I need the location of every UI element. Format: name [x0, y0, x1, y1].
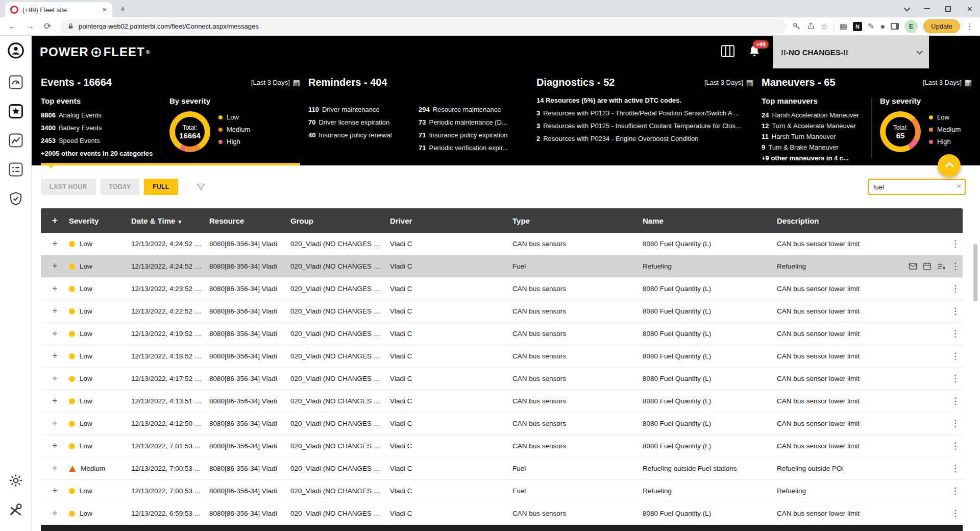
tab-close-icon[interactable]: ✕	[102, 6, 107, 13]
table-row[interactable]: + Low 12/13/2022, 4:13:51 PM 8080[86-356…	[41, 390, 963, 413]
notifications-bell-icon[interactable]: +99	[747, 44, 762, 60]
search-clear-icon[interactable]: ✕	[957, 183, 962, 190]
reminders-card[interactable]: Reminders - 404 110Driver maintenance 70…	[308, 68, 528, 165]
extension-dot-icon[interactable]: ●	[880, 22, 885, 31]
expand-row-button[interactable]: +	[41, 283, 69, 294]
forward-icon[interactable]: →	[23, 21, 37, 32]
sidebar-item-dashboard[interactable]	[8, 75, 23, 92]
key-icon[interactable]	[792, 22, 801, 31]
table-view-icon[interactable]: ▦	[965, 78, 972, 87]
column-header-name[interactable]: Name	[643, 216, 777, 225]
side-panel-icon[interactable]	[891, 23, 899, 30]
column-header-driver[interactable]: Driver	[390, 216, 512, 225]
row-menu-kebab-icon[interactable]: ⋮	[951, 238, 960, 249]
expand-row-button[interactable]: +	[41, 486, 69, 496]
expand-row-button[interactable]: +	[41, 508, 69, 519]
table-row[interactable]: + Low 12/13/2022, 4:18:52 PM 8080[86-356…	[41, 345, 963, 368]
expand-row-button[interactable]: +	[41, 441, 69, 451]
refresh-icon[interactable]: ⟳	[41, 21, 54, 32]
address-bar[interactable]: pointerqa-web02.pointerbi.com/fleet/Conn…	[60, 19, 786, 34]
extension-grid-icon[interactable]: ▦	[840, 21, 847, 31]
fleet-group-selector[interactable]: !!-NO CHANGES-!!	[773, 36, 929, 68]
sidebar-item-settings[interactable]	[8, 473, 23, 490]
table-row[interactable]: + Low 12/13/2022, 7:01:53 AM 8080[86-356…	[41, 435, 963, 457]
row-menu-kebab-icon[interactable]: ⋮	[951, 328, 960, 339]
window-maximize-icon[interactable]	[945, 6, 951, 12]
remove-from-list-icon[interactable]	[937, 261, 946, 271]
row-menu-kebab-icon[interactable]: ⋮	[951, 418, 960, 429]
row-menu-kebab-icon[interactable]: ⋮	[951, 441, 960, 451]
column-header-group[interactable]: Group	[290, 216, 390, 225]
table-view-icon[interactable]: ▦	[746, 78, 753, 87]
browser-menu-kebab-icon[interactable]: ⋮	[966, 21, 974, 31]
table-row[interactable]: + Low 12/13/2022, 4:17:52 PM 8080[86-356…	[41, 368, 963, 390]
expand-row-button[interactable]: +	[41, 373, 69, 384]
sidebar-item-tools[interactable]	[8, 502, 23, 519]
extension-pencil-icon[interactable]: ✎	[868, 21, 874, 31]
calendar-icon[interactable]	[922, 261, 932, 271]
expand-row-button[interactable]: +	[41, 261, 69, 272]
filter-last-hour-button[interactable]: LAST HOUR	[41, 179, 96, 195]
maneuvers-card[interactable]: Maneuvers - 65 [Last 3 Days] ▦ Top maneu…	[762, 68, 972, 165]
search-input[interactable]	[868, 179, 966, 195]
events-card[interactable]: Events - 16664 [Last 3 Days] ▦ Top event…	[41, 68, 300, 165]
row-menu-kebab-icon[interactable]: ⋮	[951, 306, 960, 317]
diagnostics-card[interactable]: Diagnostics - 52 [Last 3 Days] ▦ 14 Reso…	[536, 68, 753, 165]
filter-today-button[interactable]: TODAY	[101, 179, 140, 195]
update-button[interactable]: Update	[923, 19, 960, 33]
column-header-description[interactable]: Description	[777, 216, 896, 225]
table-row[interactable]: + Low 12/13/2022, 4:22:52 PM 8080[86-356…	[41, 300, 963, 323]
table-row[interactable]: + Medium 12/13/2022, 7:00:53 AM 8080[86-…	[41, 457, 963, 480]
column-header-severity[interactable]: Severity	[69, 216, 131, 225]
sidebar-item-tasks[interactable]	[8, 162, 23, 179]
new-tab-button[interactable]: +	[116, 3, 130, 16]
row-menu-kebab-icon[interactable]: ⋮	[951, 283, 960, 294]
table-row[interactable]: + Low 12/13/2022, 4:19:52 PM 8080[86-356…	[41, 323, 963, 345]
window-minimize-icon[interactable]	[924, 8, 930, 9]
table-row[interactable]: + Low 12/13/2022, 4:24:52 PM 8080[86-356…	[41, 255, 963, 278]
expand-row-button[interactable]: +	[41, 396, 69, 406]
row-menu-kebab-icon[interactable]: ⋮	[951, 373, 960, 384]
tab-search-chevron-icon[interactable]	[904, 5, 911, 11]
column-header-resource[interactable]: Resource	[209, 216, 290, 225]
share-icon[interactable]	[806, 22, 815, 31]
table-row[interactable]: + Low 12/13/2022, 4:23:52 PM 8080[86-356…	[41, 278, 963, 300]
sidebar-item-reports[interactable]	[8, 133, 23, 150]
expand-row-button[interactable]: +	[41, 351, 69, 361]
row-menu-kebab-icon[interactable]: ⋮	[951, 486, 960, 496]
report-view-icon[interactable]	[720, 43, 736, 61]
browser-tab[interactable]: (+99) Fleet site ✕	[5, 2, 112, 17]
table-row[interactable]: + Low 12/13/2022, 4:24:52 PM 8080[86-356…	[41, 233, 963, 255]
row-menu-kebab-icon[interactable]: ⋮	[951, 261, 960, 272]
events-more-link[interactable]: +2005 other events in 20 categories	[41, 150, 161, 157]
filter-full-button[interactable]: FULL	[144, 179, 178, 195]
row-menu-kebab-icon[interactable]: ⋮	[951, 508, 960, 519]
expand-all-button[interactable]: +	[41, 215, 69, 226]
expand-row-button[interactable]: +	[41, 418, 69, 429]
column-header-datetime[interactable]: Date & Time▾	[131, 216, 209, 225]
expand-row-button[interactable]: +	[41, 463, 69, 474]
expand-row-button[interactable]: +	[41, 238, 69, 249]
back-icon[interactable]: ←	[6, 21, 19, 32]
row-menu-kebab-icon[interactable]: ⋮	[951, 396, 960, 406]
table-row[interactable]: + Low 12/13/2022, 4:12:50 PM 8080[86-356…	[41, 413, 963, 435]
sidebar-item-events[interactable]	[8, 104, 23, 121]
table-row[interactable]: + Low 12/13/2022, 7:00:53 AM 8080[86-356…	[41, 480, 963, 502]
filter-funnel-icon[interactable]	[195, 182, 206, 192]
expand-row-button[interactable]: +	[41, 328, 69, 339]
table-row[interactable]: + Low 12/13/2022, 6:59:53 AM 8080[86-356…	[41, 502, 963, 525]
maneuvers-more-link[interactable]: +9 other maneuvers in 4 c...	[762, 154, 871, 162]
row-menu-kebab-icon[interactable]: ⋮	[951, 463, 960, 474]
sidebar-item-safety[interactable]	[8, 191, 23, 208]
window-close-icon[interactable]: ✕	[966, 5, 973, 13]
scroll-top-button[interactable]	[938, 154, 961, 177]
expand-row-button[interactable]: +	[41, 306, 69, 317]
mail-icon[interactable]	[908, 261, 918, 271]
bookmark-star-icon[interactable]: ☆	[821, 21, 828, 31]
column-header-type[interactable]: Type	[512, 216, 643, 225]
table-scrollbar[interactable]	[973, 244, 977, 301]
table-view-icon[interactable]: ▦	[293, 78, 300, 87]
row-menu-kebab-icon[interactable]: ⋮	[951, 351, 960, 361]
extension-n-icon[interactable]: N	[853, 22, 862, 31]
profile-avatar[interactable]: E	[904, 20, 918, 33]
